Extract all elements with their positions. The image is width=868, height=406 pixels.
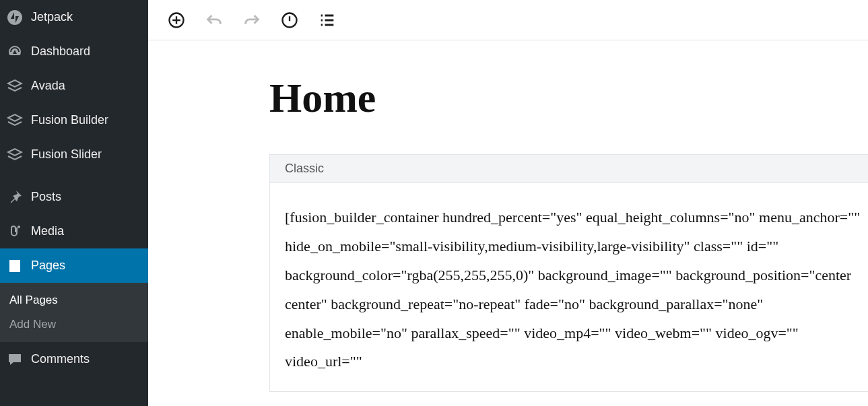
sidebar-item-label: Jetpack <box>31 10 73 24</box>
svg-point-0 <box>7 10 22 25</box>
editor-canvas: Home Classic [fusion_builder_container h… <box>148 40 868 406</box>
undo-button[interactable] <box>205 11 224 30</box>
submenu-item-add-new[interactable]: Add New <box>0 312 148 337</box>
sidebar-item-pages[interactable]: Pages <box>0 248 148 283</box>
sidebar-item-label: Dashboard <box>31 44 90 59</box>
block-navigation-button[interactable] <box>318 11 337 30</box>
sidebar-item-fusion-slider[interactable]: Fusion Slider <box>0 137 148 172</box>
sidebar-item-label: Posts <box>31 190 61 204</box>
sidebar-item-fusion-builder[interactable]: Fusion Builder <box>0 103 148 137</box>
jetpack-icon <box>7 9 23 26</box>
submenu-item-label: Add New <box>9 318 56 331</box>
page-title[interactable]: Home <box>269 74 868 122</box>
sidebar-item-label: Comments <box>31 352 90 366</box>
fusion-slider-icon <box>7 147 23 163</box>
dashboard-icon <box>7 44 23 60</box>
classic-block-label: Classic <box>270 155 868 183</box>
sidebar-item-avada[interactable]: Avada <box>0 69 148 103</box>
pin-icon <box>7 189 23 205</box>
submenu-item-all-pages[interactable]: All Pages <box>0 288 148 312</box>
sidebar-item-jetpack[interactable]: Jetpack <box>0 0 148 34</box>
avada-icon <box>7 78 23 94</box>
content-structure-button[interactable] <box>280 11 299 30</box>
redo-button[interactable] <box>242 11 261 30</box>
pages-submenu: All Pages Add New <box>0 283 148 342</box>
submenu-item-label: All Pages <box>9 294 58 306</box>
sidebar-item-label: Media <box>31 224 64 238</box>
admin-sidebar: Jetpack Dashboard Avada Fusion Builder F… <box>0 0 148 406</box>
editor-toolbar <box>148 0 868 40</box>
fusion-builder-icon <box>7 112 23 129</box>
media-icon <box>7 224 23 240</box>
sidebar-item-posts[interactable]: Posts <box>0 180 148 214</box>
sidebar-item-label: Avada <box>31 79 65 93</box>
sidebar-item-dashboard[interactable]: Dashboard <box>0 34 148 69</box>
pages-icon <box>7 258 23 274</box>
comments-icon <box>7 351 23 368</box>
classic-block[interactable]: Classic [fusion_builder_container hundre… <box>269 154 868 392</box>
sidebar-item-label: Fusion Builder <box>31 113 108 127</box>
sidebar-separator <box>0 172 148 180</box>
sidebar-item-label: Pages <box>31 259 65 273</box>
add-block-button[interactable] <box>167 11 186 30</box>
classic-block-content[interactable]: [fusion_builder_container hundred_percen… <box>270 183 868 391</box>
svg-point-1 <box>18 226 20 228</box>
sidebar-item-label: Fusion Slider <box>31 147 102 162</box>
sidebar-item-comments[interactable]: Comments <box>0 342 148 376</box>
sidebar-item-media[interactable]: Media <box>0 214 148 248</box>
